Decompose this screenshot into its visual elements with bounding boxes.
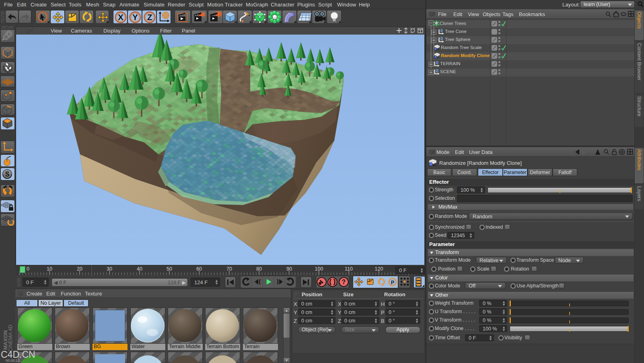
svg-text:S: S bbox=[5, 171, 10, 178]
svg-text:Y: Y bbox=[132, 13, 138, 22]
svg-text:?: ? bbox=[342, 279, 346, 285]
svg-text:0: 0 bbox=[440, 37, 443, 41]
svg-text:Z: Z bbox=[147, 13, 152, 22]
svg-text:X: X bbox=[118, 13, 123, 22]
svg-text:0: 0 bbox=[436, 61, 438, 65]
svg-text:P: P bbox=[391, 279, 395, 285]
svg-text:+: + bbox=[241, 18, 244, 24]
svg-text:0: 0 bbox=[436, 69, 438, 73]
svg-text:0: 0 bbox=[440, 29, 443, 33]
